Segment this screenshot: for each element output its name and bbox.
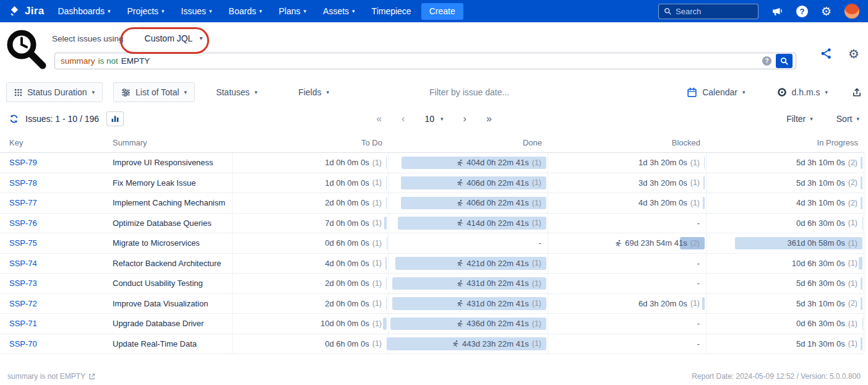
header-blocked[interactable]: Blocked <box>548 138 707 147</box>
duration-text: 10d 6h 30m 0s(1) <box>792 259 857 268</box>
chevron-down-icon <box>259 9 262 14</box>
page-size-select[interactable]: 10 <box>424 114 443 124</box>
calendar-label: Calendar <box>702 87 737 97</box>
query-section: Select issues using Custom JQL summary i… <box>0 22 868 79</box>
pagination-first-button[interactable] <box>376 114 382 124</box>
footer-jql-text: summary is not EMPTY <box>7 372 85 381</box>
nav-item-plans[interactable]: Plans <box>278 6 306 16</box>
table-row: SSP-73Conduct Usability Testing2d 0h 0m … <box>0 274 864 294</box>
duration-text: 404d 0h 22m 41s(1) <box>456 158 541 167</box>
nav-item-timepiece[interactable]: Timepiece <box>372 6 411 16</box>
summary-cell: Update Real-Time Data <box>105 334 233 354</box>
pagination-prev-button[interactable] <box>402 114 405 124</box>
duration-text: 5d 3h 10m 0s(2) <box>796 178 857 188</box>
time-format-button[interactable]: d.h.m.s <box>770 82 835 102</box>
duration-text: - <box>697 319 700 328</box>
duration-bar <box>861 197 862 210</box>
gear-icon[interactable]: ⚙ <box>821 6 831 17</box>
blocked-cell: 3d 3h 20m 0s(1) <box>548 173 707 193</box>
issue-key-link[interactable]: SSP-73 <box>9 279 37 288</box>
issue-key-link[interactable]: SSP-76 <box>9 218 37 228</box>
settings-gear-icon[interactable]: ⚙ <box>848 48 859 60</box>
sort-button[interactable]: Sort <box>836 114 859 124</box>
status-duration-button[interactable]: Status Duration <box>6 82 103 102</box>
issue-key-link[interactable]: SSP-74 <box>9 259 37 268</box>
nav-item-dashboards[interactable]: Dashboards <box>58 6 110 16</box>
issue-key-link[interactable]: SSP-72 <box>9 299 37 308</box>
help-icon[interactable]: ? <box>796 6 808 17</box>
issue-count: (1) <box>372 279 382 288</box>
nav-item-boards[interactable]: Boards <box>229 6 262 16</box>
jql-help-icon[interactable]: ? <box>762 56 771 66</box>
share-icon[interactable] <box>820 47 833 60</box>
bar-chart-icon <box>111 115 119 123</box>
duration-bar <box>386 277 387 290</box>
issue-count: (1) <box>848 339 857 348</box>
header-summary[interactable]: Summary <box>105 138 233 147</box>
footer-jql-link[interactable]: summary is not EMPTY <box>7 372 95 381</box>
clock-icon <box>777 87 787 97</box>
header-inprogress[interactable]: In Progress <box>707 138 864 147</box>
issue-count: (1) <box>690 178 700 187</box>
jql-input[interactable]: summary is not EMPTY ? <box>54 53 796 69</box>
nav-search-input[interactable] <box>676 7 753 16</box>
chevron-down-icon <box>440 116 444 122</box>
issue-count: (1) <box>372 218 382 227</box>
issue-key-link[interactable]: SSP-77 <box>9 198 37 207</box>
refresh-button[interactable] <box>9 114 19 124</box>
inprogress-cell: 5d 3h 10m 0s(2) <box>707 294 864 314</box>
duration-text: 1d 0h 0m 0s(1) <box>325 178 382 188</box>
jira-logo[interactable]: Jira <box>9 5 44 17</box>
issue-count: (1) <box>532 319 541 328</box>
list-of-total-button[interactable]: List of Total <box>113 82 195 102</box>
filter-button[interactable]: Filter <box>786 114 813 124</box>
issue-count: (2) <box>848 158 857 167</box>
chevron-down-icon <box>327 90 330 95</box>
calendar-button[interactable]: Calendar <box>679 82 752 102</box>
duration-text: 2d 0h 0m 0s(1) <box>325 279 382 288</box>
duration-bar <box>861 157 862 170</box>
chevron-down-icon <box>856 116 859 122</box>
duration-bar <box>386 176 387 189</box>
issue-key-link[interactable]: SSP-78 <box>9 178 37 188</box>
issue-key-link[interactable]: SSP-70 <box>9 339 37 348</box>
sliders-icon <box>121 89 131 97</box>
issue-key-link[interactable]: SSP-79 <box>9 158 37 167</box>
duration-text: 69d 23h 54m 41s(2) <box>614 238 700 248</box>
issue-count: (1) <box>372 239 382 248</box>
duration-text: - <box>697 259 700 268</box>
statuses-button[interactable]: Statuses <box>208 82 265 102</box>
runner-icon <box>456 219 463 227</box>
export-icon[interactable] <box>852 87 862 98</box>
nav-item-issues[interactable]: Issues <box>181 6 212 16</box>
create-button[interactable]: Create <box>421 3 463 20</box>
duration-bar <box>386 197 387 210</box>
issue-key-link[interactable]: SSP-75 <box>9 238 37 248</box>
issue-count: (1) <box>532 199 541 207</box>
chart-view-button[interactable] <box>106 111 124 126</box>
inprogress-cell: 5d 3h 10m 0s(2) <box>707 173 864 193</box>
date-filter-input[interactable]: Filter by issue date... <box>429 87 509 97</box>
header-todo[interactable]: To Do <box>233 138 389 147</box>
pagination-next-button[interactable] <box>463 114 466 124</box>
nav-search[interactable] <box>658 4 758 19</box>
fields-button[interactable]: Fields <box>291 82 337 102</box>
issue-count: (2) <box>848 199 857 207</box>
summary-cell: Migrate to Microservices <box>105 233 233 253</box>
nav-item-projects[interactable]: Projects <box>127 6 164 16</box>
issue-key-link[interactable]: SSP-71 <box>9 319 37 328</box>
header-key[interactable]: Key <box>0 138 105 147</box>
issue-count: (1) <box>372 158 382 167</box>
jql-search-button[interactable] <box>776 54 793 68</box>
jql-value-token: EMPTY <box>121 56 150 66</box>
avatar[interactable] <box>844 4 859 19</box>
chevron-down-icon <box>742 90 746 95</box>
pagination-last-button[interactable] <box>486 114 492 124</box>
header-done[interactable]: Done <box>389 138 548 147</box>
jql-mode-select[interactable]: Custom JQL <box>141 30 207 47</box>
blocked-cell: - <box>548 334 707 354</box>
issue-count: (1) <box>532 279 541 288</box>
blocked-cell: - <box>548 254 707 274</box>
nav-item-assets[interactable]: Assets <box>323 6 355 16</box>
megaphone-icon[interactable] <box>771 6 783 17</box>
